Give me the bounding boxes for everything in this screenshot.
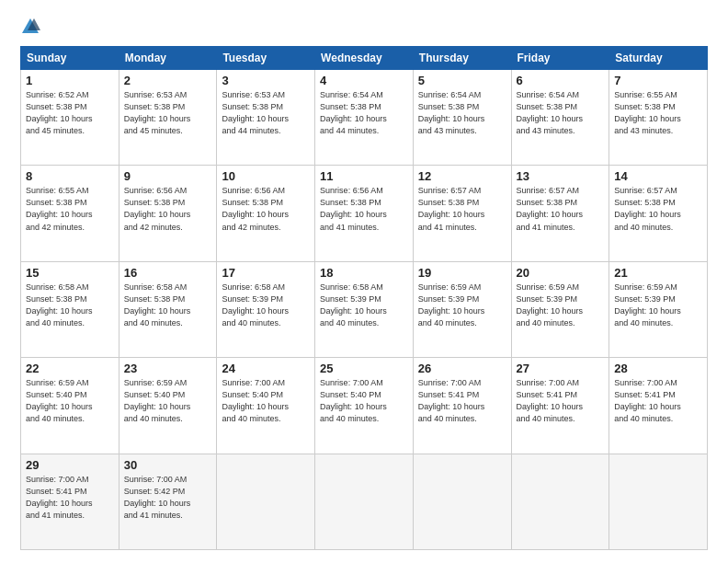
day-number: 8: [26, 169, 114, 183]
calendar-cell: 10Sunrise: 6:56 AM Sunset: 5:38 PM Dayli…: [217, 166, 315, 261]
calendar-cell: 2Sunrise: 6:53 AM Sunset: 5:38 PM Daylig…: [119, 70, 217, 166]
day-number: 28: [614, 362, 702, 375]
day-number: 9: [124, 169, 212, 183]
day-info: Sunrise: 6:56 AM Sunset: 5:38 PM Dayligh…: [222, 185, 310, 233]
calendar-cell: 29Sunrise: 7:00 AM Sunset: 5:41 PM Dayli…: [21, 454, 119, 549]
day-info: Sunrise: 6:54 AM Sunset: 5:38 PM Dayligh…: [418, 89, 506, 137]
calendar-cell: 21Sunrise: 6:59 AM Sunset: 5:39 PM Dayli…: [609, 261, 708, 357]
logo: [20, 17, 42, 37]
day-number: 29: [26, 458, 114, 472]
day-info: Sunrise: 6:54 AM Sunset: 5:38 PM Dayligh…: [320, 89, 408, 137]
day-number: 18: [320, 266, 408, 280]
calendar-week-row: 1Sunrise: 6:52 AM Sunset: 5:38 PM Daylig…: [21, 70, 708, 166]
day-number: 21: [614, 266, 702, 280]
calendar-cell: [315, 454, 414, 549]
header-day: Wednesday: [315, 47, 414, 70]
calendar-cell: 25Sunrise: 7:00 AM Sunset: 5:40 PM Dayli…: [315, 358, 414, 454]
calendar-cell: 22Sunrise: 6:59 AM Sunset: 5:40 PM Dayli…: [21, 358, 119, 454]
day-number: 27: [517, 362, 605, 375]
calendar-cell: 6Sunrise: 6:54 AM Sunset: 5:38 PM Daylig…: [511, 70, 609, 166]
day-info: Sunrise: 6:59 AM Sunset: 5:39 PM Dayligh…: [614, 282, 702, 329]
calendar-cell: 4Sunrise: 6:54 AM Sunset: 5:38 PM Daylig…: [315, 70, 414, 166]
day-number: 4: [320, 74, 408, 87]
header: [20, 17, 708, 37]
day-number: 13: [517, 169, 605, 183]
calendar-cell: 7Sunrise: 6:55 AM Sunset: 5:38 PM Daylig…: [609, 70, 708, 166]
day-info: Sunrise: 6:58 AM Sunset: 5:39 PM Dayligh…: [222, 282, 310, 329]
day-info: Sunrise: 6:57 AM Sunset: 5:38 PM Dayligh…: [418, 185, 506, 233]
calendar-cell: 3Sunrise: 6:53 AM Sunset: 5:38 PM Daylig…: [217, 70, 315, 166]
calendar-cell: 30Sunrise: 7:00 AM Sunset: 5:42 PM Dayli…: [119, 454, 217, 549]
day-info: Sunrise: 6:55 AM Sunset: 5:38 PM Dayligh…: [614, 89, 702, 137]
header-day: Monday: [119, 47, 217, 70]
day-info: Sunrise: 6:53 AM Sunset: 5:38 PM Dayligh…: [124, 89, 212, 137]
header-row: SundayMondayTuesdayWednesdayThursdayFrid…: [21, 47, 708, 70]
day-number: 1: [26, 74, 114, 87]
day-info: Sunrise: 7:00 AM Sunset: 5:41 PM Dayligh…: [517, 377, 605, 425]
calendar-cell: [217, 454, 315, 549]
calendar-table: SundayMondayTuesdayWednesdayThursdayFrid…: [20, 46, 708, 550]
calendar-cell: [511, 454, 609, 549]
day-info: Sunrise: 6:56 AM Sunset: 5:38 PM Dayligh…: [320, 185, 408, 233]
calendar-cell: 12Sunrise: 6:57 AM Sunset: 5:38 PM Dayli…: [413, 166, 511, 261]
day-number: 15: [26, 266, 114, 280]
day-info: Sunrise: 6:57 AM Sunset: 5:38 PM Dayligh…: [517, 185, 605, 233]
day-info: Sunrise: 6:59 AM Sunset: 5:40 PM Dayligh…: [124, 377, 212, 425]
calendar-cell: 8Sunrise: 6:55 AM Sunset: 5:38 PM Daylig…: [21, 166, 119, 261]
day-number: 10: [222, 169, 310, 183]
calendar-cell: 23Sunrise: 6:59 AM Sunset: 5:40 PM Dayli…: [119, 358, 217, 454]
page: SundayMondayTuesdayWednesdayThursdayFrid…: [0, 0, 728, 563]
calendar-cell: 27Sunrise: 7:00 AM Sunset: 5:41 PM Dayli…: [511, 358, 609, 454]
calendar-cell: [609, 454, 708, 549]
day-info: Sunrise: 6:59 AM Sunset: 5:40 PM Dayligh…: [26, 377, 114, 425]
day-number: 17: [222, 266, 310, 280]
header-day: Thursday: [413, 47, 511, 70]
calendar-week-row: 29Sunrise: 7:00 AM Sunset: 5:41 PM Dayli…: [21, 454, 708, 549]
calendar-cell: 17Sunrise: 6:58 AM Sunset: 5:39 PM Dayli…: [217, 261, 315, 357]
day-number: 12: [418, 169, 506, 183]
day-number: 5: [418, 74, 506, 87]
day-info: Sunrise: 7:00 AM Sunset: 5:42 PM Dayligh…: [124, 474, 212, 522]
calendar-cell: 5Sunrise: 6:54 AM Sunset: 5:38 PM Daylig…: [413, 70, 511, 166]
day-info: Sunrise: 6:53 AM Sunset: 5:38 PM Dayligh…: [222, 89, 310, 137]
calendar-body: 1Sunrise: 6:52 AM Sunset: 5:38 PM Daylig…: [21, 70, 708, 550]
header-day: Tuesday: [217, 47, 315, 70]
calendar-cell: 9Sunrise: 6:56 AM Sunset: 5:38 PM Daylig…: [119, 166, 217, 261]
day-info: Sunrise: 6:52 AM Sunset: 5:38 PM Dayligh…: [26, 89, 114, 137]
header-day: Saturday: [609, 47, 708, 70]
day-number: 26: [418, 362, 506, 375]
calendar-cell: 15Sunrise: 6:58 AM Sunset: 5:38 PM Dayli…: [21, 261, 119, 357]
calendar-cell: 14Sunrise: 6:57 AM Sunset: 5:38 PM Dayli…: [609, 166, 708, 261]
calendar-cell: [413, 454, 511, 549]
calendar-week-row: 15Sunrise: 6:58 AM Sunset: 5:38 PM Dayli…: [21, 261, 708, 357]
day-number: 30: [124, 458, 212, 472]
calendar-cell: 19Sunrise: 6:59 AM Sunset: 5:39 PM Dayli…: [413, 261, 511, 357]
header-day: Sunday: [21, 47, 119, 70]
calendar-week-row: 8Sunrise: 6:55 AM Sunset: 5:38 PM Daylig…: [21, 166, 708, 261]
day-number: 2: [124, 74, 212, 87]
day-info: Sunrise: 6:54 AM Sunset: 5:38 PM Dayligh…: [517, 89, 605, 137]
day-info: Sunrise: 7:00 AM Sunset: 5:40 PM Dayligh…: [320, 377, 408, 425]
calendar-cell: 1Sunrise: 6:52 AM Sunset: 5:38 PM Daylig…: [21, 70, 119, 166]
calendar-cell: 26Sunrise: 7:00 AM Sunset: 5:41 PM Dayli…: [413, 358, 511, 454]
day-number: 3: [222, 74, 310, 87]
header-day: Friday: [511, 47, 609, 70]
calendar-week-row: 22Sunrise: 6:59 AM Sunset: 5:40 PM Dayli…: [21, 358, 708, 454]
day-info: Sunrise: 6:58 AM Sunset: 5:38 PM Dayligh…: [124, 282, 212, 329]
day-number: 25: [320, 362, 408, 375]
calendar-cell: 11Sunrise: 6:56 AM Sunset: 5:38 PM Dayli…: [315, 166, 414, 261]
day-info: Sunrise: 6:57 AM Sunset: 5:38 PM Dayligh…: [614, 185, 702, 233]
day-number: 23: [124, 362, 212, 375]
day-info: Sunrise: 6:59 AM Sunset: 5:39 PM Dayligh…: [517, 282, 605, 329]
day-info: Sunrise: 6:58 AM Sunset: 5:39 PM Dayligh…: [320, 282, 408, 329]
day-number: 20: [517, 266, 605, 280]
day-info: Sunrise: 7:00 AM Sunset: 5:41 PM Dayligh…: [418, 377, 506, 425]
calendar-header: SundayMondayTuesdayWednesdayThursdayFrid…: [21, 47, 708, 70]
day-number: 11: [320, 169, 408, 183]
day-info: Sunrise: 6:58 AM Sunset: 5:38 PM Dayligh…: [26, 282, 114, 329]
calendar-cell: 24Sunrise: 7:00 AM Sunset: 5:40 PM Dayli…: [217, 358, 315, 454]
day-number: 24: [222, 362, 310, 375]
calendar-cell: 13Sunrise: 6:57 AM Sunset: 5:38 PM Dayli…: [511, 166, 609, 261]
day-info: Sunrise: 7:00 AM Sunset: 5:40 PM Dayligh…: [222, 377, 310, 425]
day-number: 14: [614, 169, 702, 183]
